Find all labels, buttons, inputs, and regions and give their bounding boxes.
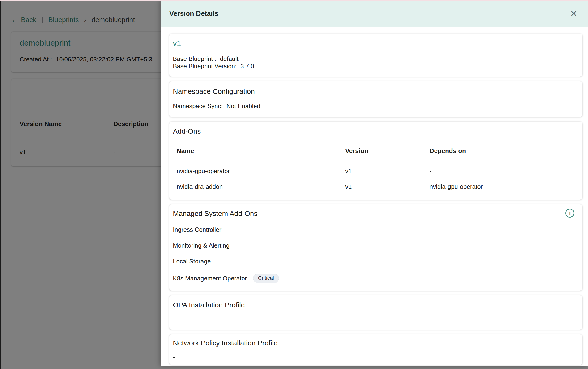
addons-column-version: Version bbox=[345, 147, 429, 155]
base-blueprint-label: Base Blueprint : bbox=[173, 55, 216, 62]
managed-item-label: K8s Management Operator bbox=[173, 275, 247, 282]
opa-installation-profile-heading: OPA Installation Profile bbox=[173, 301, 578, 309]
namespace-sync-label: Namespace Sync: bbox=[173, 102, 223, 110]
addons-column-name: Name bbox=[169, 147, 345, 155]
addons-card: Add-Ons Name Version Depends on nvidia-g… bbox=[169, 122, 582, 200]
top-edge-strip bbox=[0, 0, 588, 1]
version-name-heading: v1 bbox=[173, 40, 578, 47]
addons-table-row: nvidia-dra-addon v1 nvidia-gpu-operator bbox=[169, 179, 582, 195]
addon-name: nvidia-dra-addon bbox=[169, 183, 345, 190]
addons-table-row: nvidia-gpu-operator v1 - bbox=[169, 163, 582, 179]
base-blueprint-line: Base Blueprint :default bbox=[173, 55, 578, 63]
addons-column-depends-on: Depends on bbox=[429, 147, 582, 155]
managed-item: K8s Management Operator Critical bbox=[173, 274, 578, 283]
base-blueprint-version-label: Base Blueprint Version: bbox=[173, 63, 237, 70]
managed-item: Monitoring & Alerting bbox=[173, 242, 578, 249]
managed-system-addons-heading: Managed System Add-Ons bbox=[173, 210, 578, 218]
version-summary-card: v1 Base Blueprint :default Base Blueprin… bbox=[169, 34, 582, 77]
base-blueprint-value: default bbox=[220, 55, 239, 62]
critical-badge: Critical bbox=[253, 274, 279, 283]
addon-version: v1 bbox=[345, 167, 429, 175]
namespace-sync-line: Namespace Sync:Not Enabled bbox=[173, 102, 578, 110]
managed-system-addons-card: Managed System Add-Ons i Ingress Control… bbox=[169, 204, 582, 291]
addons-table: Name Version Depends on nvidia-gpu-opera… bbox=[169, 139, 582, 195]
addons-table-header: Name Version Depends on bbox=[169, 139, 582, 163]
managed-item-label: Monitoring & Alerting bbox=[173, 242, 229, 249]
namespace-configuration-card: Namespace Configuration Namespace Sync:N… bbox=[169, 81, 582, 117]
managed-item-label: Ingress Controller bbox=[173, 226, 221, 233]
addon-version: v1 bbox=[345, 183, 429, 190]
base-blueprint-version-line: Base Blueprint Version:3.7.0 bbox=[173, 63, 578, 70]
opa-installation-profile-card: OPA Installation Profile - bbox=[169, 295, 582, 329]
close-icon[interactable]: ✕ bbox=[568, 8, 579, 19]
managed-item: Ingress Controller bbox=[173, 226, 578, 233]
addons-heading: Add-Ons bbox=[173, 127, 582, 135]
base-blueprint-version-value: 3.7.0 bbox=[240, 63, 254, 70]
opa-installation-profile-value: - bbox=[173, 316, 578, 323]
version-details-drawer: Version Details ✕ v1 Base Blueprint :def… bbox=[161, 0, 588, 366]
namespace-configuration-heading: Namespace Configuration bbox=[173, 87, 578, 95]
drawer-title: Version Details bbox=[169, 10, 219, 18]
addon-depends-on: - bbox=[429, 167, 582, 175]
network-policy-profile-heading: Network Policy Installation Profile bbox=[173, 339, 578, 347]
info-icon[interactable]: i bbox=[565, 209, 574, 218]
namespace-sync-value: Not Enabled bbox=[227, 102, 260, 110]
drawer-header: Version Details ✕ bbox=[161, 0, 588, 27]
network-policy-profile-card: Network Policy Installation Profile - bbox=[169, 334, 582, 365]
drawer-body: v1 Base Blueprint :default Base Blueprin… bbox=[161, 27, 588, 366]
addon-depends-on: nvidia-gpu-operator bbox=[429, 183, 582, 190]
network-policy-profile-value: - bbox=[173, 354, 578, 361]
addon-name: nvidia-gpu-operator bbox=[169, 167, 345, 175]
managed-item: Local Storage bbox=[173, 258, 578, 265]
addons-bottom-padding bbox=[169, 195, 582, 200]
managed-item-label: Local Storage bbox=[173, 258, 211, 265]
